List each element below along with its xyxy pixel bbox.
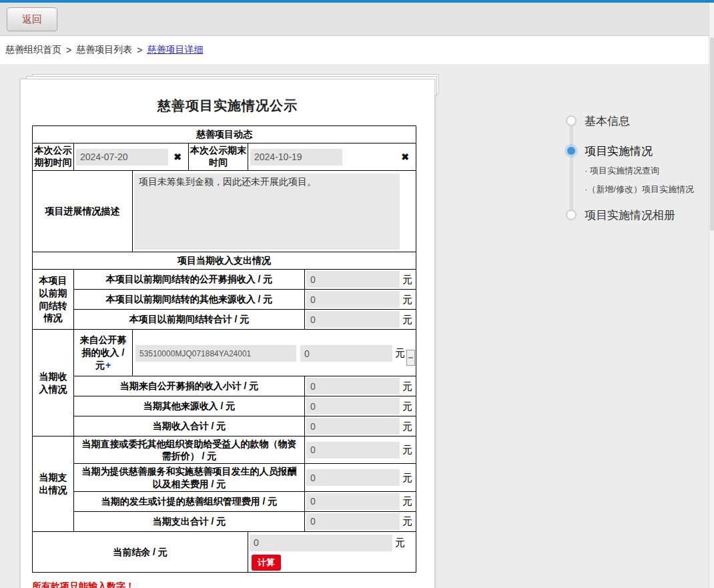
- unit-yuan: 元: [402, 380, 412, 392]
- section-header-income-expense: 项目当期收入支出情况: [33, 252, 416, 270]
- form-card-stack: 慈善项目实施情况公示 慈善项目动态 本次公示期初时间 ✖: [20, 79, 435, 588]
- public-fundraising-income-label: 来自公开募捐的收入 / 元+: [74, 330, 133, 376]
- step-label: 基本信息: [585, 113, 630, 129]
- carryover-public-label: 本项目以前期间结转的公开募捐收入 / 元: [74, 270, 305, 290]
- income-other-cell: 元: [305, 396, 416, 416]
- page-scrollbar[interactable]: [709, 3, 714, 588]
- scrollbar-grip-icon: [408, 357, 413, 358]
- progress-description-label: 项目进展情况描述: [33, 171, 133, 252]
- breadcrumb-item-project-list[interactable]: 慈善项目列表: [76, 44, 132, 56]
- income-public-subtotal-cell: 元: [305, 376, 416, 396]
- expense-total-label: 当期支出合计 / 元: [74, 511, 305, 531]
- expense-admin-cell: 元: [305, 491, 416, 511]
- unit-yuan: 元: [395, 537, 405, 549]
- step-sub-implementation-edit[interactable]: ·（新增/修改）项目实施情况: [585, 184, 714, 196]
- income-total-cell: 元: [305, 416, 416, 436]
- carryover-group-label: 本项目以前期间结转情况: [33, 270, 74, 330]
- income-other-input[interactable]: [306, 398, 400, 414]
- breadcrumb-separator: >: [137, 45, 142, 55]
- carryover-total-label: 本项目以前期间结转合计 / 元: [74, 310, 305, 330]
- unit-yuan: 元: [402, 294, 412, 305]
- expense-staff-input[interactable]: [306, 469, 400, 486]
- step-navigation: 基本信息 项目实施情况 · 项目实施情况查询 ·（新增/修改）项目实施情况 项目…: [566, 112, 714, 224]
- carryover-other-cell: 元: [305, 290, 416, 310]
- income-group-label: 当期收入情况: [33, 330, 74, 436]
- expense-staff-cell: 元: [305, 464, 416, 491]
- numeric-only-warning: 所有款项只能输入数字！: [32, 581, 434, 588]
- fundraising-amount-input[interactable]: [300, 345, 392, 362]
- breadcrumb-item-project-detail[interactable]: 慈善项目详细: [147, 44, 203, 56]
- unit-yuan: 元: [402, 274, 412, 285]
- step-circle-icon: [566, 115, 577, 126]
- unit-yuan: 元: [402, 314, 412, 325]
- expense-beneficiary-cell: 元: [305, 436, 416, 464]
- expense-admin-label: 当期的发生或计提的慈善组织管理费用 / 元: [74, 491, 305, 511]
- stepper-connector-line: [570, 121, 573, 212]
- unit-yuan: 元: [402, 472, 412, 483]
- expense-total-input[interactable]: [306, 513, 400, 530]
- entries-scrollbar[interactable]: [406, 350, 415, 366]
- expense-beneficiary-input[interactable]: [306, 442, 400, 459]
- section-header-project-dynamics: 慈善项目动态: [33, 126, 416, 143]
- period-end-cell: ✖: [248, 143, 416, 171]
- clear-icon[interactable]: ✖: [401, 152, 409, 162]
- public-fundraising-entries-cell: 元: [133, 330, 416, 376]
- period-start-cell: ✖: [74, 143, 189, 171]
- header-band: 返回: [0, 3, 714, 36]
- step-basic-info[interactable]: 基本信息: [566, 112, 714, 129]
- step-sub-implementation-query[interactable]: · 项目实施情况查询: [585, 165, 714, 177]
- clear-icon[interactable]: ✖: [173, 152, 182, 162]
- publication-table: 慈善项目动态 本次公示期初时间 ✖ 本次公示期末时间 ✖: [32, 125, 416, 573]
- step-label: 项目实施情况: [585, 143, 653, 159]
- step-label: 项目实施情况相册: [585, 208, 675, 223]
- balance-cell: 元 计算: [248, 531, 416, 572]
- expense-staff-label: 当期为提供慈善服务和实施慈善项目发生的人员报酬以及相关费用 / 元: [74, 464, 305, 491]
- income-total-label: 当期收入合计 / 元: [74, 416, 305, 436]
- public-fundraising-income-text: 来自公开募捐的收入 / 元: [80, 334, 127, 370]
- balance-label: 当前结余 / 元: [33, 531, 248, 572]
- carryover-public-cell: 元: [305, 270, 416, 290]
- carryover-other-label: 本项目以前期间结转的其他来源收入 / 元: [74, 290, 305, 310]
- back-button[interactable]: 返回: [7, 7, 57, 31]
- progress-description-cell: 项目未筹集到金额，因此还未开展此项目。: [133, 171, 416, 252]
- unit-yuan: 元: [402, 515, 412, 527]
- expense-total-cell: 元: [305, 511, 416, 531]
- fundraising-code-input[interactable]: [135, 345, 296, 362]
- period-start-label: 本次公示期初时间: [33, 143, 74, 171]
- period-start-input[interactable]: [76, 149, 168, 166]
- page-title: 慈善项目实施情况公示: [21, 97, 434, 115]
- unit-yuan: 元: [402, 420, 412, 432]
- income-public-subtotal-label: 当期来自公开募捐的收入小计 / 元: [74, 376, 305, 396]
- step-implementation-album[interactable]: 项目实施情况相册: [566, 206, 714, 224]
- unit-yuan: 元: [402, 444, 412, 455]
- unit-yuan: 元: [402, 495, 412, 507]
- add-entry-link[interactable]: +: [105, 360, 111, 370]
- calculate-button[interactable]: 计算: [252, 555, 281, 571]
- expense-group-label: 当期支出情况: [33, 436, 74, 532]
- progress-description-textarea[interactable]: 项目未筹集到金额，因此还未开展此项目。: [134, 174, 400, 250]
- income-public-subtotal-input[interactable]: [306, 378, 400, 394]
- breadcrumb-separator: >: [66, 45, 71, 55]
- income-other-label: 当期其他来源收入 / 元: [74, 396, 305, 416]
- unit-yuan: 元: [402, 400, 412, 412]
- breadcrumb-item-home[interactable]: 慈善组织首页: [5, 44, 61, 56]
- step-implementation[interactable]: 项目实施情况: [566, 142, 714, 160]
- balance-input[interactable]: [250, 535, 392, 551]
- carryover-total-cell: 元: [305, 310, 416, 330]
- period-end-input[interactable]: [250, 149, 342, 166]
- income-total-input[interactable]: [306, 418, 400, 434]
- page-scrollbar-thumb[interactable]: [710, 37, 714, 231]
- period-end-label: 本次公示期末时间: [189, 143, 248, 171]
- step-circle-icon: [566, 210, 577, 220]
- fund-entry-row: 元: [135, 345, 405, 362]
- carryover-other-input[interactable]: [306, 291, 400, 308]
- unit-yuan: 元: [395, 347, 405, 360]
- breadcrumb: 慈善组织首页 > 慈善项目列表 > 慈善项目详细: [0, 36, 714, 64]
- expense-admin-input[interactable]: [306, 493, 400, 510]
- carryover-total-input[interactable]: [306, 311, 400, 328]
- main-area: 慈善项目实施情况公示 慈善项目动态 本次公示期初时间 ✖: [0, 64, 714, 588]
- form-card: 慈善项目实施情况公示 慈善项目动态 本次公示期初时间 ✖: [20, 79, 435, 588]
- step-circle-active-icon: [566, 145, 577, 156]
- expense-beneficiary-label: 当期直接或委托其他组织资助给受益人的款物（物资需折价） / 元: [74, 436, 305, 464]
- carryover-public-input[interactable]: [306, 271, 400, 288]
